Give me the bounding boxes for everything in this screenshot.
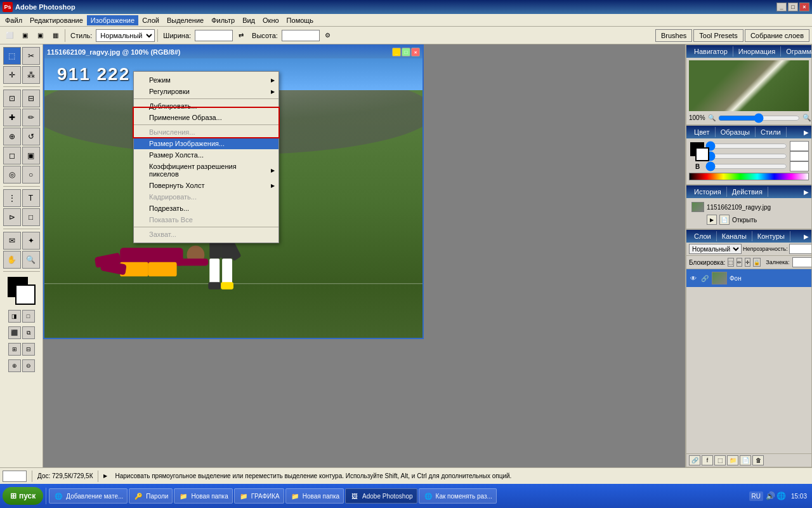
taskbar-item-4[interactable]: 📁 ГРАФИКА xyxy=(234,488,284,504)
tool-option2[interactable]: ▣ xyxy=(33,29,47,43)
menu-filter[interactable]: Фильтр xyxy=(207,15,239,25)
new-layer-btn[interactable]: 📄 xyxy=(740,455,751,465)
tool-slice[interactable]: ⊟ xyxy=(22,90,40,107)
navigator-tab[interactable]: Навигатор xyxy=(689,46,733,57)
layer-style-btn[interactable]: f xyxy=(702,455,713,465)
link-layers-btn[interactable]: 🔗 xyxy=(689,455,700,465)
menu-canvas-size[interactable]: Размер Холста... xyxy=(134,149,278,161)
b-value[interactable]: 0 xyxy=(790,161,809,171)
taskbar-item-1[interactable]: 🌐 Добавление мате... xyxy=(49,488,128,504)
quick-mask-btn[interactable]: ◨ xyxy=(8,310,21,323)
menu-image-size[interactable]: Размер Изображения... xyxy=(134,138,278,149)
close-button[interactable]: × xyxy=(799,3,809,11)
actions-tab[interactable]: Действия xyxy=(727,187,768,197)
zoom-in-icon[interactable]: 🔍 xyxy=(802,114,811,122)
layer-link-icon[interactable]: 🔗 xyxy=(700,274,709,283)
extra-btn4[interactable]: ⊖ xyxy=(22,359,35,372)
tool-stamp[interactable]: ⊕ xyxy=(3,128,21,145)
tool-option3[interactable]: ▦ xyxy=(48,29,62,43)
layers-tab[interactable]: Слои xyxy=(689,231,717,241)
history-tab[interactable]: История xyxy=(689,187,727,197)
fill-input[interactable]: 100% xyxy=(792,257,812,267)
opacity-input[interactable]: 100% xyxy=(789,244,812,254)
delete-layer-btn[interactable]: 🗑 xyxy=(752,455,764,465)
taskbar-item-photoshop[interactable]: 🖼 Adobe Photoshop xyxy=(345,488,417,504)
add-mask-btn[interactable]: ⬚ xyxy=(714,455,726,465)
menu-duplicate[interactable]: Дублировать... xyxy=(134,100,278,112)
lock-transparency-btn[interactable]: ⬚ xyxy=(728,258,734,267)
zoom-out-icon[interactable]: 🔍 xyxy=(708,114,716,121)
new-group-btn[interactable]: 📁 xyxy=(727,455,738,465)
taskbar-item-7[interactable]: 🌐 Как поменять раз... xyxy=(419,488,497,504)
brushes-btn[interactable]: Brushes xyxy=(655,29,692,42)
color-selector[interactable] xyxy=(8,277,36,305)
tool-gradient[interactable]: ▣ xyxy=(22,147,40,164)
styles-tab[interactable]: Стили xyxy=(756,127,787,137)
tool-pen[interactable]: ⋮ xyxy=(3,189,21,207)
g-slider[interactable] xyxy=(705,154,787,159)
tool-magic-wand[interactable]: ⁂ xyxy=(22,66,40,84)
menu-edit[interactable]: Редактирование xyxy=(26,15,87,25)
menu-apply-image[interactable]: Применение Образа... xyxy=(134,112,278,123)
taskbar-item-5[interactable]: 📁 Новая папка xyxy=(285,488,344,504)
menu-layer[interactable]: Слой xyxy=(138,15,163,25)
lock-all-btn[interactable]: 🔒 xyxy=(753,258,761,267)
channels-tab[interactable]: Каналы xyxy=(717,231,752,241)
r-value[interactable]: 0 xyxy=(790,141,809,151)
tool-marquee[interactable]: ⬜ xyxy=(3,29,16,43)
taskbar-lang[interactable]: RU xyxy=(749,491,763,501)
menu-view[interactable]: Вид xyxy=(239,15,259,25)
minimize-button[interactable]: _ xyxy=(776,3,787,11)
tool-hand[interactable]: ✋ xyxy=(3,251,21,269)
taskbar-item-2[interactable]: 🔑 Пароли xyxy=(129,488,173,504)
width-input[interactable] xyxy=(195,30,233,41)
swatches-tab[interactable]: Образцы xyxy=(716,127,756,137)
tool-eyedropper[interactable]: ✦ xyxy=(22,232,40,250)
extra-btn3[interactable]: ⊕ xyxy=(8,359,21,372)
height-input[interactable] xyxy=(282,30,320,41)
lock-move-btn[interactable]: ✛ xyxy=(745,258,750,267)
paths-tab[interactable]: Контуры xyxy=(752,231,790,241)
menu-mode[interactable]: Режим xyxy=(134,74,278,86)
layers-collection-btn[interactable]: Собрание слоев xyxy=(745,29,809,42)
tool-dodge[interactable]: ○ xyxy=(22,166,40,184)
history-item-file[interactable]: 1151662109_ragvy.jpg xyxy=(689,201,809,213)
color-swatches[interactable] xyxy=(689,141,693,166)
info-tab[interactable]: Инормация xyxy=(733,46,781,57)
r-slider[interactable] xyxy=(705,144,787,149)
color-spectrum-bar[interactable] xyxy=(689,173,809,180)
layers-arrow[interactable]: ▶ xyxy=(804,233,809,240)
layer-eye-icon[interactable]: 👁 xyxy=(689,274,698,283)
menu-rotate[interactable]: Повернуть Холст xyxy=(134,180,278,191)
bg-swatch[interactable] xyxy=(695,147,709,161)
tool-lasso[interactable]: ✂ xyxy=(22,47,40,65)
menu-file[interactable]: Файл xyxy=(1,15,26,25)
tool-zoom[interactable]: 🔍 xyxy=(22,251,40,269)
blend-mode-select[interactable]: Нормальный xyxy=(689,244,742,254)
menu-help[interactable]: Помощь xyxy=(283,15,318,25)
color-tab[interactable]: Цвет xyxy=(689,127,716,137)
histogram-tab[interactable]: Ограмма xyxy=(781,46,812,57)
extra-btn1[interactable]: ⊞ xyxy=(8,343,21,356)
start-button[interactable]: ⊞ пуск xyxy=(3,487,43,505)
screen-mode-btn[interactable]: ⬛ xyxy=(8,326,21,339)
extra-btn2[interactable]: ⊟ xyxy=(22,343,35,356)
tool-blur[interactable]: ◎ xyxy=(3,166,21,184)
tool-eraser[interactable]: ◻ xyxy=(3,147,21,164)
taskbar-item-3[interactable]: 📁 Новая папка xyxy=(174,488,232,504)
doc-min-btn[interactable]: _ xyxy=(392,48,401,57)
tool-brush[interactable]: ✏ xyxy=(22,109,40,126)
tool-marquee-rect[interactable]: ⬚ xyxy=(3,47,21,65)
tool-path-select[interactable]: ⊳ xyxy=(3,208,21,226)
menu-window[interactable]: Окно xyxy=(259,15,283,25)
menu-trim[interactable]: Подрезать... xyxy=(134,203,278,214)
tool-option1[interactable]: ▣ xyxy=(18,29,32,43)
doc-max-btn[interactable]: □ xyxy=(402,48,410,57)
tool-crop[interactable]: ⊡ xyxy=(3,90,21,107)
tool-heal[interactable]: ✚ xyxy=(3,109,21,126)
tool-shape[interactable]: □ xyxy=(22,208,40,226)
background-color[interactable] xyxy=(15,284,36,305)
tool-history-brush[interactable]: ↺ xyxy=(22,128,40,145)
nav-zoom-slider[interactable] xyxy=(718,116,800,121)
menu-image[interactable]: Изображение xyxy=(87,15,138,25)
